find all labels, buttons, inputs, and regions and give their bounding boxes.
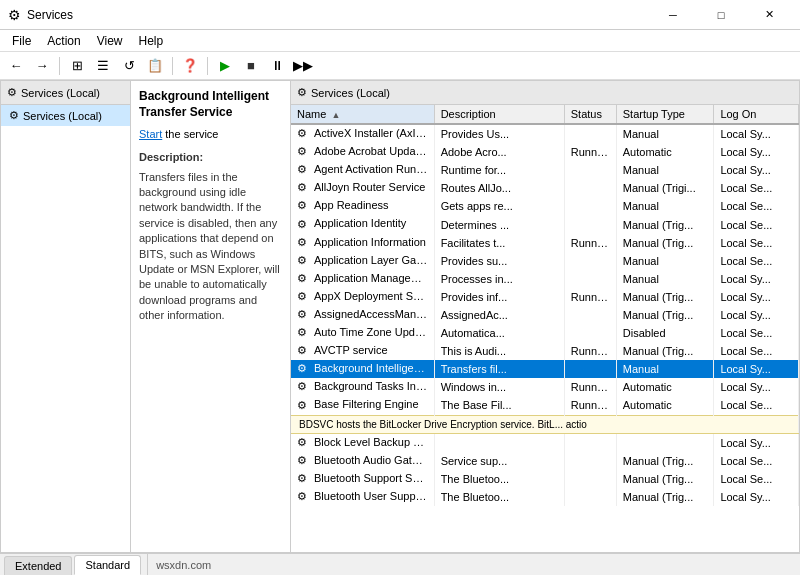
refresh-button[interactable]: ↺ [117,55,141,77]
cell-description: Runtime for... [434,161,564,179]
table-row[interactable]: ⚙Application Layer Gateway ...Provides s… [291,252,799,270]
table-row[interactable]: ⚙Block Level Backup Engine ...Local Sy..… [291,433,799,452]
cell-status: Running [564,143,616,161]
list-header-text: Services (Local) [311,87,390,99]
cell-name: ⚙Bluetooth Support Service [291,470,434,488]
cell-name: ⚙App Readiness [291,197,434,215]
table-row[interactable]: ⚙Bluetooth User Support Ser...The Blueto… [291,488,799,506]
table-row[interactable]: ⚙Background Intelligent Tra...Transfers … [291,360,799,378]
minimize-button[interactable]: ─ [650,0,696,30]
menu-item-view[interactable]: View [89,32,131,50]
start-service-link[interactable]: Start [139,128,162,140]
cell-description: Provides inf... [434,288,564,306]
cell-description: The Bluetoo... [434,470,564,488]
menu-item-help[interactable]: Help [131,32,172,50]
table-row[interactable]: ⚙AssignedAccessManager Se...AssignedAc..… [291,306,799,324]
tab-standard[interactable]: Standard [74,555,141,575]
table-row[interactable]: ⚙AppX Deployment Service (...Provides in… [291,288,799,306]
help-button[interactable]: ❓ [178,55,202,77]
cell-logon: Local Sy... [714,360,799,378]
cell-description: Determines ... [434,215,564,233]
cell-logon: Local Se... [714,179,799,197]
table-row[interactable]: ⚙Application IdentityDetermines ...Manua… [291,215,799,233]
table-row[interactable]: ⚙Application InformationFacilitates t...… [291,234,799,252]
stop-service-button[interactable]: ■ [239,55,263,77]
cell-logon: Local Se... [714,252,799,270]
forward-button[interactable]: → [30,55,54,77]
back-button[interactable]: ← [4,55,28,77]
tree-panel: ⚙ Services (Local) ⚙ Services (Local) [1,81,131,552]
table-row[interactable]: ⚙Application ManagementProcesses in...Ma… [291,270,799,288]
col-header-logon[interactable]: Log On [714,105,799,124]
export-button[interactable]: 📋 [143,55,167,77]
cell-name: ⚙AssignedAccessManager Se... [291,306,434,324]
cell-logon: Local Se... [714,215,799,233]
service-gear-icon: ⚙ [297,163,311,177]
cell-status [564,252,616,270]
tree-item-label: Services (Local) [23,110,102,122]
table-row[interactable]: ⚙Base Filtering EngineThe Base Fil...Run… [291,396,799,415]
service-description: Description: Transfers files in the back… [139,150,282,323]
cell-logon: Local Sy... [714,143,799,161]
service-gear-icon: ⚙ [297,236,311,250]
service-gear-icon: ⚙ [297,181,311,195]
properties-button[interactable]: ☰ [91,55,115,77]
menu-item-action[interactable]: Action [39,32,88,50]
cell-startup: Disabled [616,324,714,342]
tree-header-icon: ⚙ [7,86,17,99]
table-row[interactable]: ⚙AllJoyn Router ServiceRoutes AllJo...Ma… [291,179,799,197]
table-row[interactable]: ⚙Auto Time Zone UpdaterAutomatica...Disa… [291,324,799,342]
maximize-button[interactable]: □ [698,0,744,30]
cell-startup: Manual (Trig... [616,452,714,470]
cell-name: ⚙ActiveX Installer (AxInstSV) [291,124,434,143]
cell-logon: Local Sy... [714,488,799,506]
restart-service-button[interactable]: ▶▶ [291,55,315,77]
close-button[interactable]: ✕ [746,0,792,30]
cell-status [564,433,616,452]
col-header-name[interactable]: Name ▲ [291,105,434,124]
table-row[interactable]: ⚙Agent Activation Runtime_...Runtime for… [291,161,799,179]
cell-startup: Manual [616,270,714,288]
tooltip-row: BDSVC hosts the BitLocker Drive Encrypti… [291,415,799,433]
table-row[interactable]: ⚙ActiveX Installer (AxInstSV)Provides Us… [291,124,799,143]
cell-description: Adobe Acro... [434,143,564,161]
status-bar: wsxdn.com [147,554,800,575]
cell-description: AssignedAc... [434,306,564,324]
main-container: ⚙ Services (Local) ⚙ Services (Local) Ba… [0,80,800,553]
cell-status: Running [564,396,616,415]
cell-status [564,470,616,488]
cell-name: ⚙Application Information [291,234,434,252]
services-table-container[interactable]: Name ▲ Description Status Startup Type L… [291,105,799,552]
pause-service-button[interactable]: ⏸ [265,55,289,77]
list-header-bar: ⚙ Services (Local) [291,81,799,105]
col-header-status[interactable]: Status [564,105,616,124]
cell-status [564,161,616,179]
show-hide-button[interactable]: ⊞ [65,55,89,77]
table-row[interactable]: ⚙AVCTP serviceThis is Audi...RunningManu… [291,342,799,360]
cell-description: Provides Us... [434,124,564,143]
tab-extended[interactable]: Extended [4,556,72,575]
col-header-startup[interactable]: Startup Type [616,105,714,124]
cell-name: ⚙Agent Activation Runtime_... [291,161,434,179]
table-row[interactable]: ⚙Bluetooth Support ServiceThe Bluetoo...… [291,470,799,488]
cell-status [564,488,616,506]
cell-name: ⚙Application Identity [291,215,434,233]
cell-logon: Local Se... [714,197,799,215]
service-gear-icon: ⚙ [297,127,311,141]
service-gear-icon: ⚙ [297,199,311,213]
table-row[interactable]: ⚙App ReadinessGets apps re...ManualLocal… [291,197,799,215]
table-header-row: Name ▲ Description Status Startup Type L… [291,105,799,124]
cell-startup [616,433,714,452]
tree-item-icon: ⚙ [9,109,19,122]
tree-item-services-local[interactable]: ⚙ Services (Local) [1,105,130,126]
cell-logon: Local Sy... [714,378,799,396]
menu-item-file[interactable]: File [4,32,39,50]
table-row[interactable]: ⚙Adobe Acrobat Update Serv...Adobe Acro.… [291,143,799,161]
cell-startup: Manual [616,161,714,179]
cell-name: ⚙Adobe Acrobat Update Serv... [291,143,434,161]
cell-logon: Local Se... [714,396,799,415]
table-row[interactable]: ⚙Bluetooth Audio Gateway S...Service sup… [291,452,799,470]
col-header-description[interactable]: Description [434,105,564,124]
start-service-button[interactable]: ▶ [213,55,237,77]
table-row[interactable]: ⚙Background Tasks Infrastruc...Windows i… [291,378,799,396]
